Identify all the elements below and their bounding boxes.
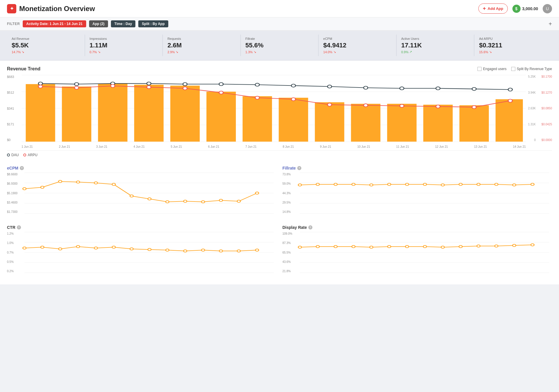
svg-point-26: [291, 84, 296, 87]
svg-point-79: [441, 184, 444, 186]
engaged-users-control[interactable]: Engaged users: [477, 67, 507, 71]
arrow-down-icon: [489, 50, 492, 54]
filter-tag-time[interactable]: Time : Day: [111, 20, 135, 27]
avatar[interactable]: U: [543, 4, 552, 13]
chart-controls: Engaged users Split By Revenue Type: [477, 67, 552, 71]
svg-point-37: [183, 87, 187, 90]
svg-point-112: [352, 245, 355, 248]
ecpm-drawing-area: [24, 173, 274, 213]
svg-point-75: [370, 184, 373, 186]
metric-change: 0.7%: [90, 50, 158, 54]
ctr-chart-section: CTR ? 1.2% 1.0% 0.7% 0.5% 0.2%: [7, 225, 277, 279]
chart-drawing-area: [22, 75, 526, 142]
balance-icon: $: [512, 5, 521, 13]
header-right: + Add App $ 3,000.00 U: [478, 3, 552, 14]
svg-rect-16: [423, 105, 453, 142]
filter-tag-date[interactable]: Activity Date: 1 Jun 21 - 14 Jun 21: [23, 20, 86, 27]
svg-point-59: [148, 198, 151, 200]
svg-point-31: [472, 88, 476, 90]
dau-legend-dot: [7, 154, 10, 156]
metric-label: Ad Revenue: [12, 37, 80, 40]
add-app-button[interactable]: + Add App: [478, 3, 507, 14]
display-rate-info-icon[interactable]: ?: [308, 225, 312, 229]
metrics-bar: Ad Revenue $5.5K 14.7% Impressions 1.11M…: [0, 31, 559, 60]
svg-point-58: [130, 195, 133, 197]
ecpm-info-icon[interactable]: ?: [20, 166, 24, 170]
svg-point-29: [400, 87, 404, 90]
svg-point-110: [316, 245, 319, 248]
svg-point-60: [166, 201, 169, 203]
svg-point-55: [76, 181, 79, 183]
svg-point-97: [148, 248, 151, 251]
metric-requests: Requests 2.6M 2.9%: [163, 35, 241, 56]
svg-point-78: [423, 183, 427, 186]
chart-header: Revenue Trend Engaged users Split By Rev…: [7, 66, 552, 72]
svg-point-117: [441, 246, 444, 248]
svg-point-39: [255, 96, 259, 99]
fillrate-drawing-area: [300, 173, 549, 213]
svg-point-73: [334, 183, 337, 186]
svg-point-43: [400, 104, 404, 107]
svg-point-80: [459, 183, 462, 186]
engaged-users-checkbox[interactable]: [477, 67, 482, 71]
svg-point-65: [255, 192, 259, 194]
svg-rect-5: [26, 84, 55, 142]
arrow-down-icon: [254, 50, 256, 54]
ctr-info-icon[interactable]: ?: [17, 225, 21, 229]
svg-point-34: [75, 86, 79, 89]
svg-point-35: [111, 84, 115, 87]
svg-point-54: [59, 180, 62, 183]
arrow-up-icon: [409, 50, 412, 54]
svg-point-28: [364, 86, 368, 89]
svg-point-23: [183, 83, 187, 85]
add-filter-button[interactable]: +: [549, 21, 552, 27]
main-content: Revenue Trend Engaged users Split By Rev…: [0, 60, 559, 284]
display-rate-chart: 109.0% 87.3% 65.5% 43.6% 21.8%: [282, 232, 552, 279]
svg-point-22: [147, 82, 151, 85]
metric-fillrate: Fillrate 55.6% 1.3%: [241, 35, 319, 56]
svg-point-101: [219, 250, 222, 252]
display-rate-yaxis: 109.0% 87.3% 65.5% 43.6% 21.8%: [282, 232, 298, 273]
fillrate-info-icon[interactable]: ?: [297, 166, 301, 170]
svg-point-53: [41, 186, 44, 188]
x-axis: 1 Jun 21 2 Jun 21 3 Jun 21 4 Jun 21 5 Ju…: [22, 143, 526, 150]
app-logo: ✦: [7, 4, 16, 13]
svg-point-100: [201, 249, 205, 251]
svg-point-120: [495, 245, 498, 247]
metric-change: 14.0%: [323, 50, 392, 54]
ecpm-chart-section: eCPM ? $8.6600 $6.9300 $5.1900 $3.4600 $…: [7, 166, 277, 219]
svg-point-30: [436, 87, 440, 90]
display-rate-drawing-area: [300, 232, 549, 273]
svg-point-64: [237, 200, 240, 202]
revenue-trend-title: Revenue Trend: [7, 66, 40, 72]
svg-point-40: [291, 98, 296, 101]
arrow-down-icon: [333, 50, 336, 54]
svg-point-82: [495, 183, 498, 186]
display-rate-chart-section: Display Rate ? 109.0% 87.3% 65.5% 43.6% …: [282, 225, 552, 279]
page-title: Monetization Overview: [19, 5, 95, 13]
split-by-revenue-control[interactable]: Split By Revenue Type: [511, 67, 552, 71]
svg-point-44: [436, 105, 440, 108]
split-revenue-checkbox[interactable]: [511, 67, 515, 71]
svg-point-90: [23, 247, 26, 249]
fillrate-title: Fillrate ?: [282, 166, 552, 170]
metric-value: $5.5K: [12, 42, 80, 49]
ctr-chart: 1.2% 1.0% 0.7% 0.5% 0.2%: [7, 232, 277, 279]
display-rate-title: Display Rate ?: [282, 225, 552, 230]
filter-tag-app[interactable]: App (2): [89, 20, 108, 27]
fillrate-chart: 73.8% 59.0% 44.3% 29.5% 14.8%: [282, 173, 552, 219]
svg-point-93: [76, 245, 79, 248]
svg-point-91: [41, 246, 44, 248]
arrow-down-icon: [98, 50, 100, 54]
svg-point-74: [352, 183, 355, 186]
arrow-down-icon: [176, 50, 178, 54]
fillrate-chart-section: Fillrate ? 73.8% 59.0% 44.3% 29.5% 14.8%: [282, 166, 552, 219]
svg-point-33: [38, 85, 43, 88]
svg-point-20: [75, 83, 79, 85]
svg-point-109: [298, 246, 301, 248]
svg-point-56: [94, 182, 98, 184]
metric-impressions: Impressions 1.11M 0.7%: [85, 35, 163, 56]
svg-rect-13: [315, 102, 344, 142]
metric-label: Requests: [167, 37, 236, 40]
filter-tag-split[interactable]: Split : By App: [138, 20, 168, 27]
